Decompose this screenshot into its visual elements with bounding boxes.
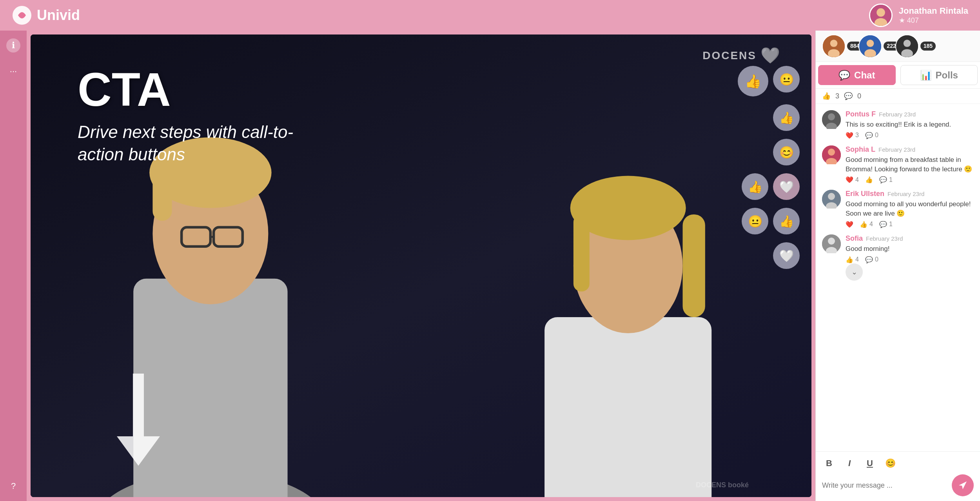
content-sofia: Sofia February 23rd Good morning! 👍 4 💬 …: [846, 234, 974, 281]
svg-point-25: [903, 40, 911, 47]
time-sophia: February 23rd: [878, 146, 915, 153]
viewer-count-3: 185: [920, 42, 936, 51]
svg-point-34: [828, 193, 835, 200]
chat-tab-icon: 💬: [838, 70, 850, 81]
docens-logo: DOCENS 🤍: [702, 46, 780, 65]
univid-logo-icon: [12, 5, 32, 25]
text-sophia: Good morning from a breakfast table in B…: [846, 155, 974, 174]
main-layout: ℹ ··· ?: [0, 31, 980, 501]
react-heart-pontus: ❤️ 3: [846, 132, 859, 139]
tab-row: 💬 Chat 📊 Polls: [816, 62, 980, 89]
header-sophia: Sophia L February 23rd: [846, 145, 974, 154]
svg-rect-16: [682, 214, 705, 317]
chat-input-area: B I U 😊: [816, 451, 980, 501]
message-1: Pontus F February 23rd This is so exciti…: [822, 110, 974, 139]
svg-rect-13: [544, 317, 711, 497]
left-sidebar: ℹ ··· ?: [0, 31, 27, 501]
text-sofia: Good morning!: [846, 244, 974, 254]
react-heart-sophia: ❤️ 4: [846, 176, 859, 183]
video-background: CTA Drive next steps with call-to-action…: [31, 34, 811, 497]
polls-tab-label: Polls: [936, 70, 958, 81]
arrow-shaft: [133, 374, 144, 436]
bold-button[interactable]: B: [822, 456, 836, 470]
viewer-row: 884 222 185: [816, 31, 980, 62]
reaction-heart-2: 🤍: [773, 242, 800, 269]
reaction-row-5: 😐 👍: [742, 208, 800, 234]
reaction-smile: 😊: [773, 139, 800, 165]
user-name: Jonathan Rintala: [899, 6, 968, 16]
cta-text-overlay: CTA Drive next steps with call-to-action…: [78, 66, 313, 165]
react-heart-erik: ❤️: [846, 221, 853, 228]
text-pontus: This is so exciting!! Erik is a legend.: [846, 120, 974, 129]
svg-point-22: [867, 40, 874, 47]
avatar-sophia: [822, 145, 841, 164]
react-thumbup-erik: 👍 4: [860, 221, 873, 228]
reactions-sofia: 👍 4 💬 0: [846, 256, 974, 263]
emoji-button[interactable]: 😊: [883, 456, 897, 470]
sidebar-info-icon[interactable]: ℹ: [6, 38, 20, 53]
chat-tab-label: Chat: [854, 70, 875, 81]
right-chat-panel: 884 222 185 💬 Chat 📊 Polls 👍 3: [815, 31, 980, 501]
app-name: Univid: [37, 7, 80, 24]
chat-tab[interactable]: 💬 Chat: [818, 65, 896, 85]
polls-tab[interactable]: 📊 Polls: [900, 65, 978, 85]
italic-button[interactable]: I: [842, 456, 857, 470]
reactions-sophia: ❤️ 4 👍 💬 1: [846, 176, 974, 183]
arrow-head: [117, 436, 160, 466]
react-thumbup-sofia: 👍 4: [846, 256, 859, 263]
chat-messages[interactable]: Pontus F February 23rd This is so exciti…: [816, 104, 980, 451]
author-sophia: Sophia L: [846, 145, 875, 154]
send-button[interactable]: [952, 474, 974, 496]
reaction-row-1: 👍 😐: [738, 66, 800, 96]
svg-point-23: [864, 49, 876, 58]
text-erik: Good morning to all you wonderful people…: [846, 200, 974, 218]
cta-title: CTA: [78, 66, 313, 113]
top-likes-comment-icon: 💬: [844, 92, 853, 100]
header: Univid Jonathan Rintala ★ 407: [0, 0, 980, 31]
expand-button[interactable]: ⌄: [846, 263, 863, 281]
author-pontus: Pontus F: [846, 110, 876, 118]
avatar-sofia: [822, 234, 841, 253]
react-comment-pontus: 💬 0: [865, 132, 878, 139]
video-wrapper: CTA Drive next steps with call-to-action…: [31, 34, 811, 497]
message-4: Sofia February 23rd Good morning! 👍 4 💬 …: [822, 234, 974, 281]
header-pontus: Pontus F February 23rd: [846, 110, 974, 118]
reaction-row-2: 👍: [773, 104, 800, 131]
reactions-erik: ❤️ 👍 4 💬 1: [846, 221, 974, 228]
format-bar: B I U 😊: [822, 456, 974, 470]
video-container: CTA Drive next steps with call-to-action…: [27, 31, 815, 501]
reaction-face-2: 😐: [742, 208, 768, 234]
sidebar-help-icon[interactable]: ?: [6, 479, 20, 493]
reaction-thumb-up-large: 👍: [738, 66, 768, 96]
user-avatar: [869, 4, 893, 27]
avatar-erik: [822, 190, 841, 209]
avatar-pontus: [822, 110, 841, 129]
svg-point-37: [828, 238, 835, 245]
underline-button[interactable]: U: [863, 456, 877, 470]
reaction-thumb-up-4: 👍: [773, 208, 800, 234]
author-erik: Erik Ullsten: [846, 190, 884, 198]
content-sophia: Sophia L February 23rd Good morning from…: [846, 145, 974, 184]
header-erik: Erik Ullsten February 23rd: [846, 190, 974, 198]
book-watermark: DOCENS booké: [696, 481, 749, 489]
reaction-row-3: 😊: [773, 139, 800, 165]
arrow-down: [117, 374, 160, 466]
user-points: ★ 407: [899, 16, 919, 25]
react-thumbup-sophia: 👍: [865, 176, 873, 183]
top-likes-count: 3: [835, 92, 839, 100]
header-right: Jonathan Rintala ★ 407: [869, 4, 968, 27]
message-2: Sophia L February 23rd Good morning from…: [822, 145, 974, 184]
cta-subtitle: Drive next steps with call-to-action but…: [78, 121, 313, 165]
time-pontus: February 23rd: [879, 111, 916, 118]
docens-heart-icon: 🤍: [760, 46, 780, 65]
reaction-thumb-up-2: 👍: [773, 104, 800, 131]
reaction-face-1: 😐: [773, 66, 800, 93]
svg-point-19: [830, 40, 838, 47]
sidebar-menu-icon[interactable]: ···: [6, 64, 20, 78]
reactions-pontus: ❤️ 3 💬 0: [846, 132, 974, 139]
message-input[interactable]: [822, 481, 948, 490]
viewer-avatar-2: [858, 34, 882, 58]
time-erik: February 23rd: [887, 191, 924, 197]
top-likes-comments-count: 0: [857, 92, 861, 100]
docens-label: DOCENS: [702, 49, 757, 62]
